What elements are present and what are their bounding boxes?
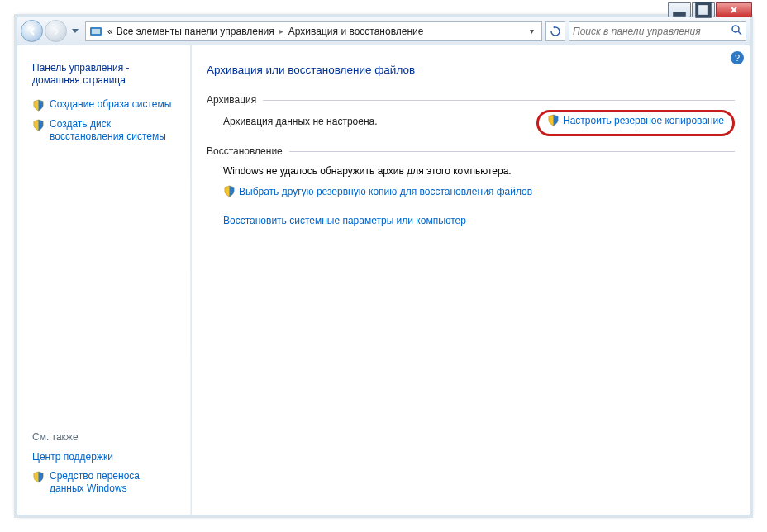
setup-backup-highlight: Настроить резервное копирование bbox=[536, 110, 735, 136]
svg-rect-1 bbox=[697, 3, 710, 17]
setup-backup-link[interactable]: Настроить резервное копирование bbox=[547, 114, 724, 126]
sidebar-link-create-recovery-disc[interactable]: Создать диск восстановления системы bbox=[27, 115, 181, 146]
maximize-button[interactable] bbox=[692, 2, 715, 17]
close-button[interactable] bbox=[716, 2, 752, 17]
backup-status-text: Архивация данных не настроена. bbox=[223, 116, 378, 127]
select-other-backup-link[interactable]: Выбрать другую резервную копию для восст… bbox=[223, 185, 532, 197]
page-title: Архивация или восстановление файлов bbox=[207, 64, 735, 76]
sidebar: Панель управления - домашняя страница Со… bbox=[17, 45, 191, 515]
nav-history-dropdown[interactable] bbox=[69, 29, 82, 34]
main-content: ? Архивация или восстановление файлов Ар… bbox=[191, 45, 750, 515]
link-label: Выбрать другую резервную копию для восст… bbox=[239, 186, 532, 197]
restore-status-text: Windows не удалось обнаружить архив для … bbox=[223, 164, 735, 182]
divider bbox=[289, 151, 735, 152]
control-panel-icon bbox=[89, 25, 102, 38]
shield-icon bbox=[32, 471, 45, 483]
shield-icon bbox=[32, 99, 45, 112]
help-icon[interactable]: ? bbox=[730, 50, 745, 65]
breadcrumb-prefix: « bbox=[106, 22, 115, 40]
forward-button[interactable] bbox=[45, 20, 67, 42]
section-restore-heading: Восстановление bbox=[207, 145, 283, 157]
divider bbox=[263, 100, 735, 101]
section-backup-heading: Архивация bbox=[207, 94, 256, 106]
see-also-heading: См. также bbox=[27, 428, 181, 448]
back-button[interactable] bbox=[21, 20, 43, 42]
system-restore-link[interactable]: Восстановить системные параметры или ком… bbox=[223, 215, 466, 226]
sidebar-link-label: Средство переноса данных Windows bbox=[50, 470, 176, 495]
shield-icon bbox=[32, 119, 45, 131]
svg-text:?: ? bbox=[735, 53, 740, 63]
svg-rect-5 bbox=[92, 29, 100, 34]
refresh-button[interactable] bbox=[545, 21, 565, 41]
sidebar-link-label: Создать диск восстановления системы bbox=[50, 118, 176, 143]
minimize-button[interactable] bbox=[668, 2, 691, 17]
link-label: Настроить резервное копирование bbox=[563, 115, 724, 126]
svg-line-7 bbox=[738, 31, 741, 35]
breadcrumb-seg-1[interactable]: Все элементы панели управления bbox=[115, 22, 276, 40]
shield-icon bbox=[223, 185, 236, 197]
sidebar-link-action-center[interactable]: Центр поддержки bbox=[27, 448, 181, 467]
control-panel-home-link[interactable]: Панель управления - домашняя страница bbox=[27, 59, 181, 95]
breadcrumb-seg-2[interactable]: Архивация и восстановление bbox=[287, 22, 426, 40]
breadcrumb[interactable]: « Все элементы панели управления ▸ Архив… bbox=[85, 21, 542, 41]
sidebar-link-create-image[interactable]: Создание образа системы bbox=[27, 95, 181, 115]
breadcrumb-dropdown[interactable]: ▾ bbox=[525, 26, 538, 36]
chevron-right-icon[interactable]: ▸ bbox=[276, 26, 287, 36]
sidebar-link-label: Создание образа системы bbox=[50, 98, 171, 111]
shield-icon bbox=[547, 114, 560, 126]
sidebar-link-label: Центр поддержки bbox=[32, 451, 113, 463]
sidebar-link-easy-transfer[interactable]: Средство переноса данных Windows bbox=[27, 467, 181, 498]
